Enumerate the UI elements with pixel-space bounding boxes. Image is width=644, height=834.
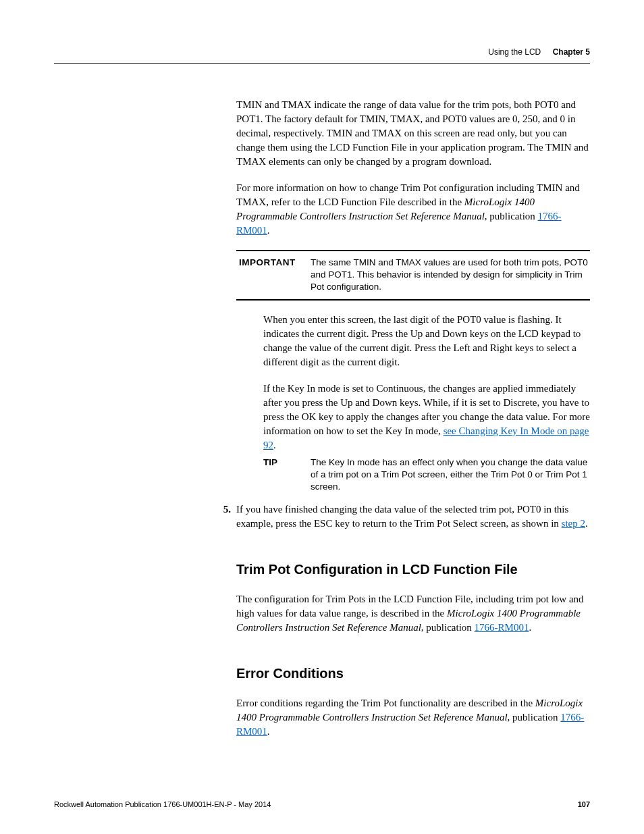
footer-publication: Rockwell Automation Publication 1766-UM0… xyxy=(54,800,271,808)
tip-callout: TIP The Key In mode has an effect only w… xyxy=(263,457,590,494)
paragraph: For more information on how to change Tr… xyxy=(236,181,590,238)
important-callout: IMPORTANT The same TMIN and TMAX values … xyxy=(236,250,590,301)
text: . xyxy=(529,622,531,633)
heading-trimpot-config: Trim Pot Configuration in LCD Function F… xyxy=(236,562,590,577)
step-number: 5. xyxy=(220,502,236,531)
paragraph: Error conditions regarding the Trim Pot … xyxy=(236,696,590,739)
paragraph: TMIN and TMAX indicate the range of data… xyxy=(236,98,590,169)
text: . xyxy=(585,518,588,529)
footer-page-number: 107 xyxy=(578,800,590,808)
step-text: If you have finished changing the data v… xyxy=(236,502,590,531)
paragraph: The configuration for Trim Pots in the L… xyxy=(236,592,590,635)
tip-body: The Key In mode has an effect only when … xyxy=(311,457,590,494)
paragraph: If the Key In mode is set to Continuous,… xyxy=(263,382,590,452)
step-link[interactable]: step 2 xyxy=(562,518,585,529)
text: . xyxy=(273,440,276,450)
publication-link[interactable]: 1766-RM001 xyxy=(475,622,529,633)
text: If you have finished changing the data v… xyxy=(236,504,568,529)
tip-label: TIP xyxy=(263,457,311,494)
text: . xyxy=(267,726,270,737)
text: , publication xyxy=(485,211,538,221)
important-label: IMPORTANT xyxy=(236,257,311,294)
text: Error conditions regarding the Trim Pot … xyxy=(236,698,535,708)
paragraph: When you enter this screen, the last dig… xyxy=(263,313,590,369)
heading-error-conditions: Error Conditions xyxy=(236,666,590,681)
text: , publication xyxy=(421,622,475,633)
page-footer: Rockwell Automation Publication 1766-UM0… xyxy=(54,800,590,808)
step-5: 5. If you have finished changing the dat… xyxy=(220,502,590,531)
important-body: The same TMIN and TMAX values are used f… xyxy=(311,257,590,294)
page-header: Using the LCD Chapter 5 xyxy=(54,47,590,64)
text: . xyxy=(267,225,270,236)
header-chapter: Chapter 5 xyxy=(553,47,590,57)
text: , publication xyxy=(508,712,561,723)
header-section: Using the LCD xyxy=(488,47,541,57)
